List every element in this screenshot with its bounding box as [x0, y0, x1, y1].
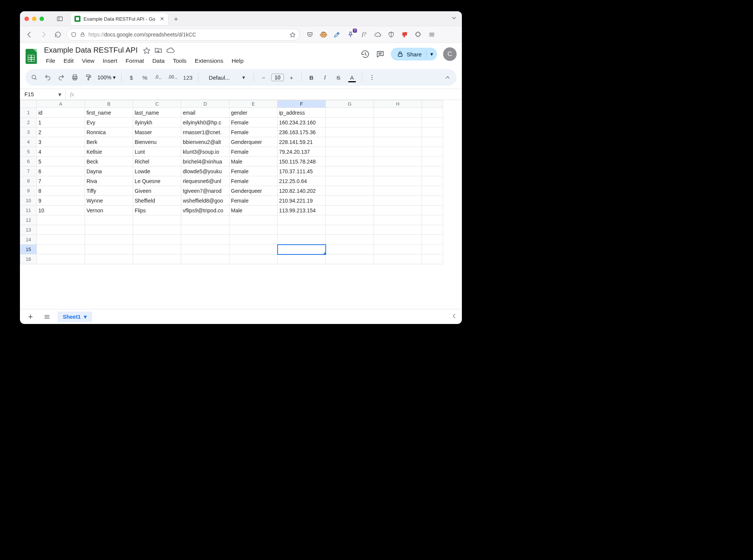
- col-header-D[interactable]: D: [181, 100, 229, 108]
- cell[interactable]: 4: [37, 147, 85, 157]
- cell[interactable]: [374, 206, 422, 215]
- row-header[interactable]: 15: [20, 245, 37, 254]
- cell[interactable]: [422, 147, 443, 157]
- cell[interactable]: 210.94.221.19: [278, 196, 326, 206]
- extensions-puzzle-icon[interactable]: [414, 30, 422, 39]
- cell[interactable]: [374, 118, 422, 127]
- row-header[interactable]: 13: [20, 225, 37, 235]
- bookmark-star-icon[interactable]: [290, 32, 296, 38]
- cell[interactable]: Dayna: [85, 166, 133, 176]
- cell[interactable]: 79.24.20.137: [278, 147, 326, 157]
- font-dropdown-icon[interactable]: ▾: [238, 71, 250, 83]
- cell[interactable]: [326, 254, 374, 264]
- cell[interactable]: ip_address: [278, 108, 326, 118]
- spreadsheet-grid[interactable]: ABCDEFGH1idfirst_namelast_nameemailgende…: [20, 100, 462, 309]
- cell[interactable]: Sheffield: [133, 196, 181, 206]
- cell[interactable]: [374, 147, 422, 157]
- cell[interactable]: [422, 225, 443, 235]
- cell[interactable]: 8: [37, 186, 85, 196]
- cell[interactable]: Female: [229, 176, 278, 186]
- cell[interactable]: wsheffield8@goo: [181, 196, 229, 206]
- cell[interactable]: Bienvenu: [133, 137, 181, 147]
- share-button[interactable]: Share ▾: [391, 48, 437, 61]
- cell[interactable]: [229, 254, 278, 264]
- cell[interactable]: Ilyinykh: [133, 118, 181, 127]
- cell[interactable]: [422, 127, 443, 137]
- cell[interactable]: Vernon: [85, 206, 133, 215]
- redo-button[interactable]: [55, 71, 67, 83]
- cell[interactable]: Female: [229, 118, 278, 127]
- cell[interactable]: Kellsie: [85, 147, 133, 157]
- cell[interactable]: [326, 215, 374, 225]
- col-header-H[interactable]: H: [374, 100, 422, 108]
- browser-tab[interactable]: Example Data RESTFul API - Go ✕: [70, 13, 169, 25]
- add-sheet-button[interactable]: +: [24, 311, 36, 323]
- cell[interactable]: [326, 137, 374, 147]
- cell[interactable]: [374, 137, 422, 147]
- cell[interactable]: [422, 157, 443, 166]
- ext-icon-1[interactable]: 🐵: [319, 30, 328, 39]
- cell[interactable]: email: [181, 108, 229, 118]
- cell[interactable]: [422, 245, 443, 254]
- cell[interactable]: Giveen: [133, 186, 181, 196]
- cell[interactable]: [37, 225, 85, 235]
- cell[interactable]: [422, 118, 443, 127]
- cell[interactable]: [422, 235, 443, 245]
- row-header[interactable]: 11: [20, 206, 37, 215]
- sheets-logo-icon[interactable]: [24, 47, 39, 66]
- minimize-window[interactable]: [32, 17, 36, 21]
- cell[interactable]: [326, 157, 374, 166]
- cell[interactable]: [374, 166, 422, 176]
- cell[interactable]: Genderqueer: [229, 186, 278, 196]
- col-header-C[interactable]: C: [133, 100, 181, 108]
- cell[interactable]: Le Quesne: [133, 176, 181, 186]
- more-toolbar-icon[interactable]: [366, 71, 378, 83]
- cell[interactable]: 236.163.175.36: [278, 127, 326, 137]
- menu-view[interactable]: View: [79, 56, 98, 66]
- cell[interactable]: [374, 215, 422, 225]
- cell[interactable]: [422, 108, 443, 118]
- cell[interactable]: [374, 235, 422, 245]
- cell[interactable]: [181, 235, 229, 245]
- pin-icon[interactable]: 7: [346, 30, 355, 39]
- zoom-select[interactable]: 100% ▾: [96, 71, 117, 83]
- cell[interactable]: [422, 166, 443, 176]
- cell[interactable]: [133, 225, 181, 235]
- select-all-corner[interactable]: [20, 100, 37, 108]
- tab-close-icon[interactable]: ✕: [160, 16, 164, 22]
- move-folder-icon[interactable]: [154, 46, 162, 54]
- name-box-dropdown-icon[interactable]: ▾: [58, 91, 61, 98]
- cell[interactable]: [326, 245, 374, 254]
- row-header[interactable]: 1: [20, 108, 37, 118]
- account-avatar[interactable]: C: [443, 47, 457, 61]
- col-header-G[interactable]: G: [326, 100, 374, 108]
- increase-decimal-button[interactable]: .00→: [166, 71, 180, 83]
- font-size-increase[interactable]: +: [285, 71, 298, 83]
- cell[interactable]: [326, 176, 374, 186]
- cell[interactable]: [422, 206, 443, 215]
- cell[interactable]: Riva: [85, 176, 133, 186]
- cell[interactable]: Female: [229, 166, 278, 176]
- cell[interactable]: rmasser1@cnet.: [181, 127, 229, 137]
- cell[interactable]: dlowde5@youku: [181, 166, 229, 176]
- cell[interactable]: [326, 206, 374, 215]
- cell[interactable]: [422, 186, 443, 196]
- cell[interactable]: [133, 215, 181, 225]
- cell[interactable]: [229, 225, 278, 235]
- cell[interactable]: [326, 225, 374, 235]
- sheet-tab-menu-icon[interactable]: ▾: [84, 314, 87, 320]
- cell[interactable]: Wynne: [85, 196, 133, 206]
- cell[interactable]: eilyinykh0@hp.c: [181, 118, 229, 127]
- cell[interactable]: [278, 215, 326, 225]
- cell[interactable]: 160.234.23.160: [278, 118, 326, 127]
- col-header-A[interactable]: A: [37, 100, 85, 108]
- cell[interactable]: 3: [37, 137, 85, 147]
- cell[interactable]: [374, 127, 422, 137]
- menu-format[interactable]: Format: [122, 56, 147, 66]
- cell[interactable]: [85, 245, 133, 254]
- row-header[interactable]: 3: [20, 127, 37, 137]
- cell[interactable]: [422, 176, 443, 186]
- cell[interactable]: [229, 215, 278, 225]
- cloud-status-icon[interactable]: [166, 46, 175, 54]
- ext-fquestion[interactable]: f?: [360, 30, 368, 39]
